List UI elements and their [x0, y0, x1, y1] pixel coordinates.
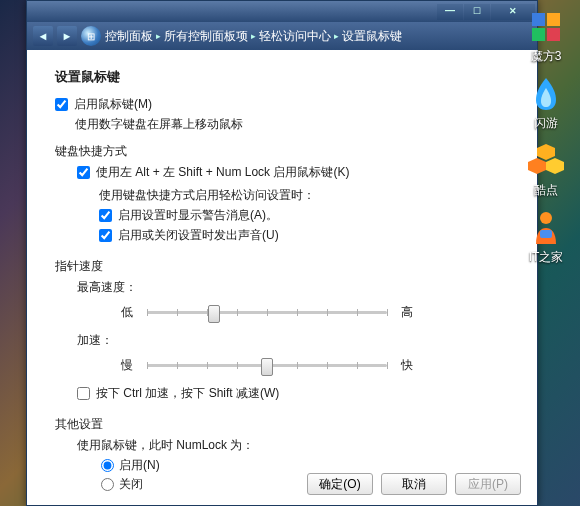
crumb-item[interactable]: 所有控制面板项 — [164, 28, 248, 45]
other-section-label: 其他设置 — [55, 416, 509, 433]
accel-slider[interactable] — [147, 355, 387, 375]
svg-rect-2 — [532, 28, 545, 41]
back-button[interactable]: ◄ — [33, 26, 53, 46]
desktop-icons: 魔方3 闪游 酷点 IT之家 — [518, 8, 574, 266]
accel-label: 加速： — [77, 332, 509, 349]
crumb-item[interactable]: 设置鼠标键 — [342, 28, 402, 45]
cancel-button[interactable]: 取消 — [381, 473, 447, 495]
shortcut-caption: 使用键盘快捷方式启用轻松访问设置时： — [99, 187, 509, 204]
warn-checkbox[interactable]: 启用设置时显示警告消息(A)。 — [99, 207, 509, 224]
desktop-icon-ithome[interactable]: IT之家 — [527, 209, 565, 266]
speed-low-label: 低 — [119, 304, 135, 321]
cube-icon — [527, 8, 565, 46]
topspeed-slider-row: 低 高 — [119, 302, 509, 322]
svg-marker-4 — [537, 144, 555, 160]
shortcut-enable-checkbox[interactable]: 使用左 Alt + 左 Shift + Num Lock 启用鼠标键(K) — [77, 164, 509, 181]
accel-slow-label: 慢 — [119, 357, 135, 374]
desktop-icon-mofang[interactable]: 魔方3 — [527, 8, 565, 65]
pointer-section-label: 指针速度 — [55, 258, 509, 275]
topspeed-slider[interactable] — [147, 302, 387, 322]
svg-rect-3 — [547, 28, 560, 41]
svg-marker-6 — [546, 158, 564, 174]
enable-mousekeys-checkbox[interactable]: 启用鼠标键(M) — [55, 96, 509, 113]
crumb-item[interactable]: 轻松访问中心 — [259, 28, 331, 45]
numlock-caption: 使用鼠标键，此时 NumLock 为： — [77, 437, 509, 454]
titlebar — [27, 1, 537, 22]
person-icon — [527, 209, 565, 247]
client-area: 设置鼠标键 启用鼠标键(M) 使用数字键盘在屏幕上移动鼠标 键盘快捷方式 使用左… — [27, 50, 537, 505]
accel-fast-label: 快 — [399, 357, 415, 374]
svg-marker-5 — [528, 158, 546, 174]
shortcut-section-label: 键盘快捷方式 — [55, 143, 509, 160]
crumb-item[interactable]: 控制面板 — [105, 28, 153, 45]
desktop-icon-shanyou[interactable]: 闪游 — [527, 75, 565, 132]
accel-slider-row: 慢 快 — [119, 355, 509, 375]
page-title: 设置鼠标键 — [55, 68, 509, 86]
topspeed-thumb[interactable] — [208, 305, 220, 323]
svg-rect-0 — [532, 13, 545, 26]
control-panel-window: ◄ ► ⊞ 控制面板▸ 所有控制面板项▸ 轻松访问中心▸ 设置鼠标键 设置鼠标键… — [26, 0, 538, 506]
svg-point-7 — [540, 212, 552, 224]
accel-thumb[interactable] — [261, 358, 273, 376]
button-bar: 确定(O) 取消 应用(P) — [307, 473, 521, 495]
ctrl-shift-checkbox[interactable]: 按下 Ctrl 加速，按下 Shift 减速(W) — [77, 385, 509, 402]
apply-button[interactable]: 应用(P) — [455, 473, 521, 495]
breadcrumb[interactable]: 控制面板▸ 所有控制面板项▸ 轻松访问中心▸ 设置鼠标键 — [105, 28, 402, 45]
enable-description: 使用数字键盘在屏幕上移动鼠标 — [75, 116, 509, 133]
sound-checkbox[interactable]: 启用或关闭设置时发出声音(U) — [99, 227, 509, 244]
svg-rect-1 — [547, 13, 560, 26]
maximize-button[interactable] — [464, 4, 490, 20]
minimize-button[interactable] — [437, 4, 463, 20]
speed-high-label: 高 — [399, 304, 415, 321]
navigation-bar: ◄ ► ⊞ 控制面板▸ 所有控制面板项▸ 轻松访问中心▸ 设置鼠标键 — [27, 22, 537, 51]
svg-rect-8 — [540, 230, 552, 238]
ok-button[interactable]: 确定(O) — [307, 473, 373, 495]
topspeed-label: 最高速度： — [77, 279, 509, 296]
flame-icon — [527, 75, 565, 113]
numlock-on-radio[interactable]: 启用(N) — [101, 457, 509, 474]
taskbar-icon-checkbox[interactable]: 在任务栏上显示鼠标键图标(Y) — [77, 503, 509, 505]
control-panel-icon: ⊞ — [81, 26, 101, 46]
desktop-icon-kudian[interactable]: 酷点 — [527, 142, 565, 199]
forward-button[interactable]: ► — [57, 26, 77, 46]
hex-icon — [527, 142, 565, 180]
